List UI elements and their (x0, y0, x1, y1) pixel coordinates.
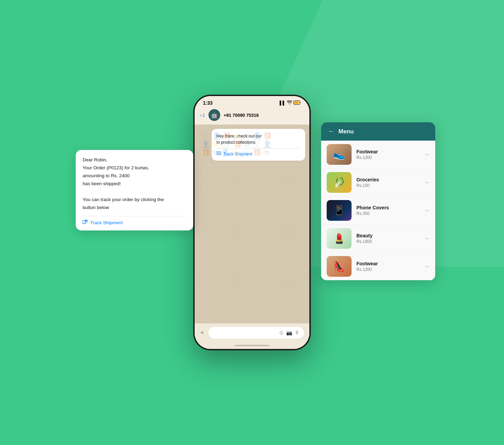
menu-item-groceries[interactable]: 🥬 Groceries Rs.150 → (321, 169, 435, 197)
phone-inner: 1:33 ▌▌ (195, 96, 309, 349)
menu-item-name-phone-covers: Phone Covers (356, 205, 419, 210)
menu-item-img-groceries: 🥬 (327, 172, 352, 193)
status-time: 1:33 (203, 100, 213, 106)
bg-pattern: 🛒 👤 🎁 ⭐ 🛍 👤 🎁 👤 ⭐ 🛒 🎁 🛍 🛒 👤 🎁 🛍 👤 ⭐ 🛒 🎁 … (202, 132, 272, 157)
menu-item-info-footwear-1: Footwear Rs.1200 (356, 149, 419, 160)
menu-item-arrow-groceries: → (424, 179, 430, 186)
chat-nav: ‹ 1 🤖 +91 70090 75316 (195, 108, 309, 125)
left-card: Dear Robin, Your Order (P0123) for 2 kur… (76, 150, 193, 230)
menu-item-price-footwear-2: Rs.1200 (356, 267, 419, 272)
home-bar (235, 345, 269, 346)
menu-item-arrow-beauty: → (424, 235, 430, 242)
menu-item-info-footwear-2: Footwear Rs.1200 (356, 261, 419, 272)
input-icons: ⊙ 📷 🎙 (279, 330, 300, 335)
menu-item-price-groceries: Rs.150 (356, 183, 419, 188)
phone-covers-img-inner: 📱 (327, 200, 352, 221)
menu-item-phone-covers[interactable]: 📱 Phone Covers Rs.350 → (321, 197, 435, 225)
menu-item-price-beauty: Rs.1800 (356, 239, 419, 244)
menu-item-name-groceries: Groceries (356, 177, 419, 182)
menu-item-footwear-2[interactable]: 👠 Footwear Rs.1200 → (321, 253, 435, 280)
menu-header: ← Menu (321, 122, 435, 141)
menu-item-price-footwear-1: Rs.1200 (356, 155, 419, 160)
scene: 1:33 ▌▌ (131, 67, 373, 378)
camera-icon: 📷 (286, 330, 292, 335)
footwear2-img-inner: 👠 (327, 256, 352, 277)
beauty-img-inner: 💄 (327, 228, 352, 249)
battery-icon (293, 101, 301, 106)
footwear-img-inner: 👟 (327, 144, 352, 165)
svg-rect-1 (294, 101, 299, 104)
menu-back-icon[interactable]: ← (328, 128, 334, 135)
phone: 1:33 ▌▌ (193, 95, 311, 350)
wifi-icon (287, 101, 292, 106)
groceries-img-inner: 🥬 (327, 172, 352, 193)
menu-item-img-footwear-1: 👟 (327, 144, 352, 165)
contact-name: +91 70090 75316 (224, 113, 259, 118)
external-link-icon (83, 220, 87, 226)
plus-button[interactable]: + (200, 329, 204, 337)
menu-item-name-footwear-2: Footwear (356, 261, 419, 266)
menu-item-arrow-phone-covers: → (424, 207, 430, 214)
chat-area: 🛒 👤 🎁 ⭐ 🛍 👤 🎁 👤 ⭐ 🛒 🎁 🛍 🛒 👤 🎁 🛍 👤 ⭐ 🛒 🎁 … (195, 125, 309, 323)
emoji-icon: ⊙ (279, 330, 283, 335)
track-shipment-link-2[interactable]: Track Shipment (90, 220, 123, 225)
menu-item-beauty[interactable]: 💄 Beauty Rs.1800 → (321, 225, 435, 253)
menu-item-footwear-1[interactable]: 👟 Footwear Rs.1200 → (321, 141, 435, 169)
signal-icon: ▌▌ (280, 101, 286, 105)
menu-item-price-phone-covers: Rs.350 (356, 211, 419, 216)
home-indicator (195, 342, 309, 349)
status-icons: ▌▌ (280, 101, 301, 106)
menu-item-img-beauty: 💄 (327, 228, 352, 249)
menu-card: ← Menu 👟 Footwear Rs.1200 → 🥬 Groceries … (321, 122, 435, 280)
menu-item-name-footwear-1: Footwear (356, 149, 419, 154)
message-input[interactable]: ⊙ 📷 🎙 (208, 327, 304, 339)
menu-item-arrow-footwear-1: → (424, 151, 430, 158)
menu-item-name-beauty: Beauty (356, 233, 419, 238)
back-button[interactable]: ‹ 1 (200, 112, 205, 118)
status-bar: 1:33 ▌▌ (195, 96, 309, 108)
menu-title: Menu (338, 128, 354, 135)
badge: 1 (203, 113, 205, 118)
left-card-text: Dear Robin, Your Order (P0123) for 2 kur… (83, 156, 186, 212)
menu-item-info-beauty: Beauty Rs.1800 (356, 233, 419, 244)
back-icon: ‹ (200, 112, 202, 118)
menu-item-info-groceries: Groceries Rs.150 (356, 177, 419, 188)
chat-bottom: + ⊙ 📷 🎙 (195, 323, 309, 342)
menu-item-arrow-footwear-2: → (424, 263, 430, 269)
menu-item-img-phone-covers: 📱 (327, 200, 352, 221)
avatar: 🤖 (208, 109, 220, 121)
menu-item-info-phone-covers: Phone Covers Rs.350 (356, 205, 419, 216)
left-card-link[interactable]: Track Shipment (83, 216, 186, 226)
mic-icon: 🎙 (295, 330, 300, 335)
menu-item-img-footwear-2: 👠 (327, 256, 352, 277)
svg-rect-8 (83, 220, 86, 224)
